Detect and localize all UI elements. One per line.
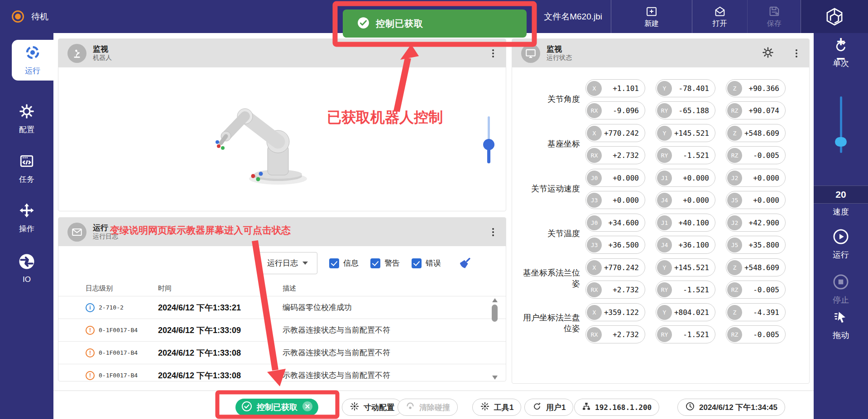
robot-3d-view[interactable]: [58, 67, 506, 211]
sidebar-item-io[interactable]: IO: [0, 246, 53, 291]
axis-badge: J3: [587, 193, 602, 208]
speed-slider-thumb[interactable]: [835, 137, 847, 147]
axis-value-pill: X+770.242: [585, 124, 645, 142]
axis-value-pill: Y-78.401: [656, 79, 715, 97]
clear-collision-button[interactable]: 清除碰撞: [398, 399, 458, 416]
scroll-up-icon[interactable]: [492, 298, 498, 302]
axis-badge: RY: [657, 327, 672, 342]
axis-value-pill: J0+34.600: [585, 214, 645, 232]
release-control-x-icon[interactable]: [302, 401, 313, 414]
checkbox-info[interactable]: 信息: [329, 258, 359, 268]
checkbox-error[interactable]: 错误: [412, 258, 441, 268]
control-acquired-pill-button[interactable]: 控制已获取: [235, 399, 318, 416]
log-table-header: 日志级别 时间 描述: [58, 281, 506, 296]
view-zoom-slider[interactable]: [483, 116, 495, 164]
log-time: 2024/6/12 下午1:33:21: [158, 302, 283, 313]
speed-slider[interactable]: [835, 96, 847, 153]
axis-badge: Y: [657, 81, 672, 96]
axis-value: +40.100: [672, 219, 714, 227]
axis-badge: J4: [657, 238, 672, 252]
axis-badge: RY: [657, 103, 672, 118]
scroll-thumb[interactable]: [492, 305, 498, 322]
open-file-button[interactable]: 打开: [692, 0, 747, 33]
run-button[interactable]: 运行: [814, 229, 868, 260]
left-sidebar: 运行 配置: [0, 33, 53, 419]
log-row[interactable]: i2-710-22024/6/12 下午1:33:21编码器零位校准成功: [58, 296, 506, 319]
sidebar-item-operate[interactable]: 操作: [0, 195, 53, 241]
axis-badge: Z: [727, 126, 742, 141]
robot-monitor-panel: 监视 机器人: [58, 38, 506, 211]
axis-value-pill: Z+548.609: [726, 124, 786, 142]
drag-button[interactable]: 拖动: [814, 310, 868, 341]
status-panel-menu-icon[interactable]: [793, 47, 800, 60]
axis-value-pill: RZ-0.005: [726, 325, 786, 343]
axis-value-pill: RY-1.521: [656, 281, 715, 299]
axis-value: +2.732: [602, 151, 644, 160]
move-arrows-icon: [19, 203, 34, 220]
axis-badge: RY: [657, 282, 672, 297]
axis-value: +0.000: [742, 174, 784, 182]
robot-panel-menu-icon[interactable]: [489, 47, 497, 60]
robot-status: 待机: [12, 0, 48, 33]
sidebar-item-task[interactable]: 任务: [0, 146, 53, 191]
control-acquired-banner[interactable]: 控制已获取: [343, 10, 527, 38]
log-time: 2024/6/12 下午1:33:08: [158, 370, 283, 381]
warning-checkbox-box[interactable]: [370, 258, 380, 268]
axis-badge: RY: [657, 148, 672, 163]
log-time: 2024/6/12 下午1:33:09: [158, 325, 283, 336]
axis-value-pill: RX+2.732: [585, 281, 645, 299]
status-group: 关节运动速度J0+0.000J1+0.000J2+0.000J3+0.000J4…: [518, 169, 809, 209]
task-window-icon: [19, 153, 34, 171]
axis-value: +0.000: [602, 196, 644, 205]
axis-value: +548.609: [742, 263, 784, 272]
axis-value: -78.401: [672, 84, 714, 93]
speed-value: 20: [814, 186, 868, 204]
gear-icon: [19, 104, 34, 121]
sidebar-item-run[interactable]: 运行: [12, 40, 53, 81]
single-cycle-button[interactable]: 单次: [814, 40, 868, 69]
warning-icon: !: [86, 371, 95, 380]
jog-config-button[interactable]: 寸动配置: [342, 399, 402, 416]
tool-select-button[interactable]: 工具1: [472, 399, 521, 416]
axis-badge: RX: [587, 103, 602, 118]
view-zoom-thumb[interactable]: [483, 139, 494, 150]
log-panel-header: 运行 运行日志: [58, 218, 506, 246]
status-settings-gear-icon[interactable]: [762, 47, 774, 60]
log-type-dropdown[interactable]: 运行日志: [258, 252, 317, 274]
log-scrollbar[interactable]: [492, 298, 498, 380]
log-row[interactable]: !0-1F0017-B42024/6/12 下午1:33:09示教器连接状态与当…: [58, 319, 506, 341]
scroll-down-icon[interactable]: [492, 376, 498, 380]
axis-badge: RZ: [727, 327, 742, 342]
axis-value: -0.005: [742, 330, 784, 339]
view-zoom-track-lower[interactable]: [487, 149, 490, 163]
warning-icon: !: [86, 348, 95, 357]
checkbox-warning[interactable]: 警告: [370, 258, 400, 268]
log-row[interactable]: !0-1F0017-B42024/6/12 下午1:33:08示教器连接状态与当…: [58, 341, 506, 364]
controller-ip-button[interactable]: 192.168.1.200: [574, 399, 659, 416]
log-panel-menu-icon[interactable]: [489, 225, 497, 239]
axis-badge: Y: [657, 126, 672, 141]
envelope-avatar-icon: [67, 223, 86, 242]
axis-value-pill: J3+36.500: [585, 236, 645, 254]
user-frame-button[interactable]: 用户1: [524, 399, 573, 416]
log-row[interactable]: !0-1F0017-B42024/6/12 下午1:33:08示教器连接状态与当…: [58, 364, 506, 381]
axis-value-pill: RY-1.521: [656, 325, 715, 343]
log-panel-subtitle: 运行日志: [93, 233, 118, 241]
error-checkbox-box[interactable]: [412, 258, 422, 268]
sidebar-item-config[interactable]: 配置: [0, 96, 53, 142]
axis-value-pill: Y+145.521: [656, 258, 715, 276]
axis-value: +0.000: [672, 196, 714, 205]
axis-value: -4.391: [742, 308, 784, 317]
axis-value: +36.100: [672, 241, 714, 249]
new-file-button[interactable]: 新建: [611, 0, 692, 33]
axis-badge: Z: [727, 305, 742, 320]
axis-value: +1.101: [602, 84, 644, 93]
clear-log-broom-icon[interactable]: [458, 255, 473, 271]
info-checkbox-box[interactable]: [329, 258, 339, 268]
stop-circle-icon: [833, 274, 849, 292]
stop-button[interactable]: 停止: [814, 274, 868, 305]
save-file-button[interactable]: 保存: [747, 0, 801, 33]
datetime-button[interactable]: 2024/6/12 下午1:34:45: [677, 399, 785, 416]
axis-badge: X: [587, 305, 602, 320]
axis-badge: RZ: [727, 148, 742, 163]
